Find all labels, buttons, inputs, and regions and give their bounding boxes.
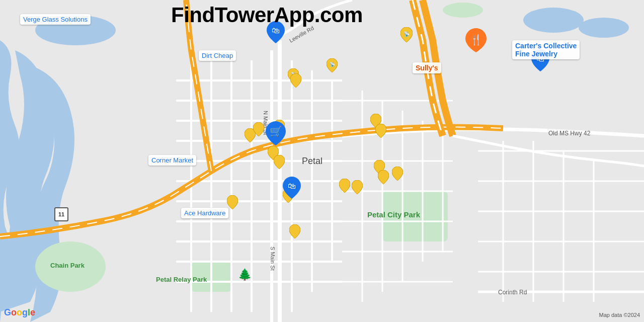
site-title: FindTowerApp.com (171, 3, 363, 27)
sullys-label[interactable]: Sully's (413, 62, 441, 73)
svg-text:🛍: 🛍 (272, 26, 280, 35)
petal-relay-park-icon: 🌲 (238, 268, 252, 281)
dirt-cheap-label[interactable]: Dirt Cheap (199, 50, 236, 61)
tower-pin-11[interactable] (375, 124, 386, 140)
ace-hardware-label[interactable]: Ace Hardware (181, 208, 228, 218)
svg-point-2 (523, 8, 584, 33)
google-logo: Google (4, 307, 35, 318)
svg-rect-6 (382, 191, 448, 242)
svg-point-4 (35, 242, 106, 292)
map-data-credit: Map data ©2024 (599, 312, 640, 318)
tower-pin-6[interactable] (253, 122, 264, 138)
corner-market-pin[interactable]: 🛒 (266, 121, 286, 147)
tower-pin-13[interactable] (378, 170, 389, 186)
sullys-pin[interactable]: 🍴 (465, 28, 487, 54)
tower-pin-9[interactable] (274, 155, 285, 171)
tower-pin-18[interactable] (289, 224, 300, 240)
tower-pin-4[interactable] (290, 73, 301, 90)
svg-text:📡: 📡 (404, 31, 410, 37)
svg-text:📡: 📡 (330, 61, 336, 67)
svg-text:🛍: 🛍 (288, 182, 296, 190)
tower-pin-17[interactable] (227, 195, 238, 211)
map-container: FindTowerApp.com Petal Chain Park Petal … (0, 0, 644, 322)
highway-11-shield: 11 (54, 207, 68, 221)
svg-text:🍴: 🍴 (470, 34, 482, 46)
svg-point-3 (579, 18, 629, 38)
corner-market-label[interactable]: Corner Market (148, 155, 196, 166)
verge-glass-label[interactable]: Verge Glass Solutions (20, 14, 91, 25)
svg-text:🛒: 🛒 (270, 125, 282, 137)
svg-point-7 (443, 3, 483, 18)
carters-collective-label[interactable]: Carter's Collective Fine Jewelry (512, 40, 580, 59)
ace-hardware-pin[interactable]: 🛍 (283, 177, 301, 201)
tower-pin-15[interactable] (352, 180, 363, 196)
tower-pin-1[interactable]: 📡 (400, 27, 413, 44)
tower-pin-3[interactable]: 📡 (327, 58, 338, 74)
tower-pin-14[interactable] (339, 179, 350, 195)
tower-pin-19[interactable] (392, 167, 403, 183)
